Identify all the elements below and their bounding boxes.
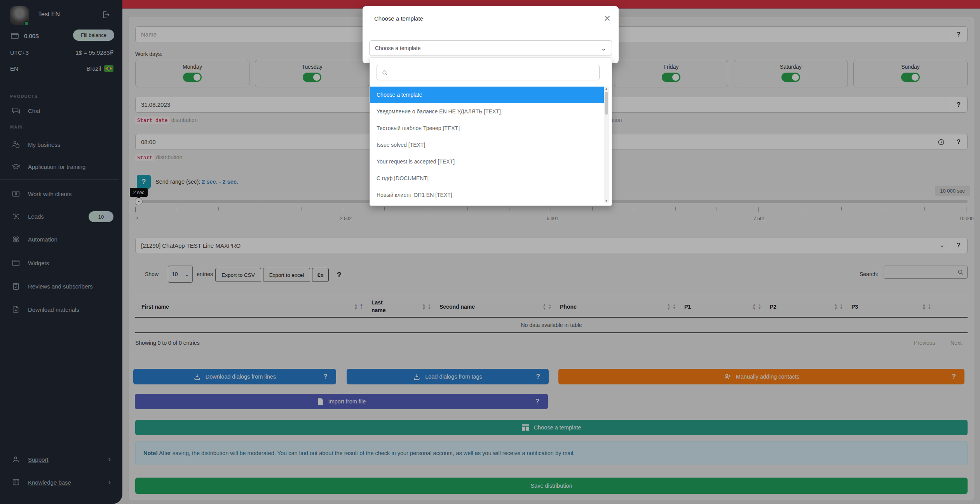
close-icon[interactable]: ✕ [604, 14, 611, 24]
template-option[interactable]: Уведомление о балансе EN НЕ УДАЛЯТЬ [TEX… [370, 103, 606, 120]
template-option[interactable]: Your request is accepted [TEXT] [370, 153, 606, 170]
app-root: Test EN 0.00$ Fill balance UTC+3 1$ = 95… [0, 0, 980, 504]
template-option[interactable]: С пдф [DOCUMENT] [370, 170, 606, 187]
choose-template-modal: Choose a template ✕ Choose a template ⌄ [363, 6, 619, 63]
template-option[interactable]: Issue solved [TEXT] [370, 137, 606, 153]
template-select-value: Choose a template [375, 45, 421, 51]
template-dropdown-panel: Choose a template Уведомление о балансе … [370, 57, 612, 206]
scroll-up-icon[interactable]: ▲ [604, 87, 609, 91]
modal-title: Choose a template [374, 15, 423, 22]
template-option[interactable]: Тестовый шаблон Тренер [TEXT] [370, 120, 606, 137]
dropdown-scrollbar[interactable]: ▲ ▼ [604, 87, 609, 203]
template-option-selected[interactable]: Choose a template [370, 87, 606, 103]
template-select[interactable]: Choose a template ⌄ [369, 40, 612, 56]
scrollbar-thumb[interactable] [605, 92, 608, 115]
template-search-input[interactable] [377, 65, 600, 80]
template-options-list: Choose a template Уведомление о балансе … [370, 87, 606, 203]
chevron-down-icon: ⌄ [601, 45, 606, 52]
template-option[interactable]: Новый клиент ОП1 EN [TEXT] [370, 187, 606, 203]
scroll-down-icon[interactable]: ▼ [604, 199, 609, 203]
search-icon [382, 70, 388, 76]
